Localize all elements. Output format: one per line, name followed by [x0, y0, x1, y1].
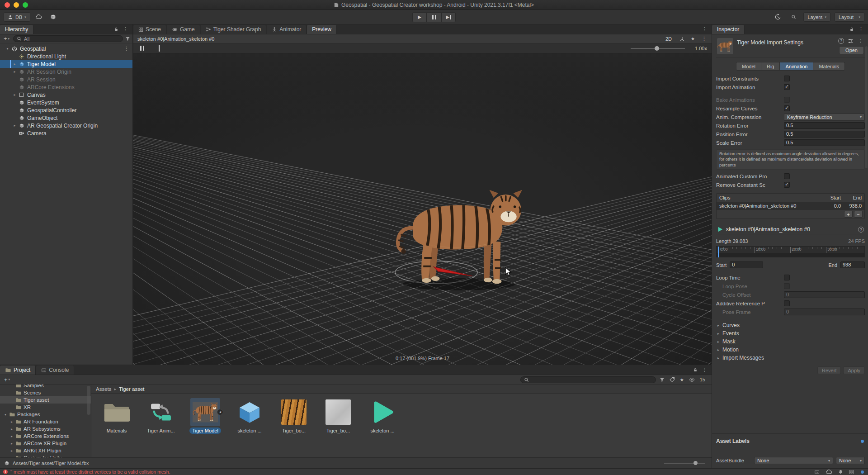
asset-item[interactable]: skeleton ... — [363, 398, 401, 434]
asset-item[interactable]: skeleton ... — [231, 398, 269, 434]
account-dropdown[interactable]: DB ▾ — [4, 12, 30, 22]
activity-indicator-icon[interactable] — [860, 470, 865, 475]
checkbox[interactable] — [784, 76, 790, 81]
hierarchy-item[interactable]: ARCore Extensions — [0, 83, 132, 91]
zoom-window-button[interactable] — [23, 2, 28, 8]
asset-item[interactable]: Materials — [98, 398, 136, 434]
expand-arrow-icon[interactable]: ▸ — [9, 420, 14, 424]
text-field[interactable]: 0 — [784, 291, 865, 298]
save-search-star-icon[interactable]: ★ — [680, 377, 684, 382]
project-search-input[interactable] — [520, 376, 656, 383]
add-clip-button[interactable]: + — [844, 211, 853, 218]
slider-knob[interactable] — [655, 46, 659, 51]
lock-icon[interactable] — [849, 27, 854, 32]
dropdown[interactable]: Keyframe Reduction▾ — [784, 114, 865, 121]
expand-arrow-icon[interactable]: ▸ — [12, 70, 18, 74]
assetbundle-variant-dropdown[interactable]: None ▾ — [836, 457, 865, 464]
cloud-status-icon[interactable] — [826, 469, 832, 475]
timeline-playhead[interactable] — [159, 45, 160, 52]
folder-item[interactable]: ▸ARCore Extensions — [0, 432, 91, 440]
tab-scene[interactable]: Scene — [133, 25, 166, 34]
clip-range-band[interactable] — [716, 253, 865, 257]
help-icon[interactable]: ? — [858, 227, 864, 233]
tab-console[interactable]: Console — [36, 366, 74, 375]
folder-item[interactable]: Samples — [0, 385, 91, 389]
clip-end-field[interactable]: 938 — [840, 261, 865, 268]
expand-subassets-badge[interactable]: ◂ — [217, 409, 223, 415]
expand-arrow-icon[interactable]: ▸ — [9, 456, 14, 458]
status-error-text[interactable]: '' mesh must have at least three distinc… — [10, 469, 170, 475]
folder-item[interactable]: ▸AR Subsystems — [0, 425, 91, 432]
checkbox[interactable] — [784, 173, 790, 179]
tab-animator[interactable]: Animator — [267, 25, 307, 34]
asset-item[interactable]: Tiger_bo... — [319, 398, 357, 434]
kebab-menu-icon[interactable]: ⋮ — [701, 367, 708, 373]
filter-icon[interactable] — [125, 36, 130, 41]
slider-knob[interactable] — [693, 461, 698, 465]
hierarchy-item[interactable]: GeospatialController — [0, 106, 132, 114]
checkbox[interactable] — [784, 105, 790, 111]
search-by-label-icon[interactable] — [670, 377, 675, 382]
kebab-menu-icon[interactable]: ⋮ — [701, 26, 708, 32]
tab-tiger-shader-graph[interactable]: Tiger Shader Graph — [201, 25, 267, 34]
checkbox[interactable] — [784, 84, 790, 90]
scrollbar[interactable] — [865, 46, 868, 168]
folder-item[interactable]: Scenes — [0, 389, 91, 396]
folder-item[interactable]: ▸ARCore XR Plugin — [0, 440, 91, 447]
assetbundle-dropdown[interactable]: None ▾ — [754, 457, 833, 464]
tab-hierarchy[interactable]: Hierarchy — [0, 25, 33, 34]
asset-item[interactable]: Tiger_bo... — [275, 398, 313, 434]
expand-arrow-icon[interactable]: ▸ — [12, 124, 18, 128]
foldout-events[interactable]: ▸Events — [716, 329, 865, 337]
hierarchy-item[interactable]: Directional Light — [0, 52, 132, 60]
pause-icon[interactable] — [140, 46, 144, 51]
breadcrumb-item[interactable]: Tiger asset — [119, 386, 144, 392]
star-icon[interactable]: ★ — [691, 36, 695, 41]
clip-list-row[interactable]: skeleton #0|Animation_skeleton #00.0938.… — [717, 202, 864, 210]
foldout-curves[interactable]: ▸Curves — [716, 321, 865, 329]
import-tab-materials[interactable]: Materials — [813, 62, 845, 71]
gizmo-axis-icon[interactable] — [679, 36, 685, 42]
expand-arrow-icon[interactable]: ▸ — [12, 93, 18, 97]
tab-project[interactable]: Project — [0, 366, 36, 375]
checkbox[interactable] — [784, 275, 790, 280]
thumbnail-size-slider[interactable] — [664, 463, 705, 464]
kebab-menu-icon[interactable]: ⋮ — [122, 26, 129, 32]
text-field[interactable]: 0 — [784, 309, 865, 315]
expand-arrow-icon[interactable]: ▸ — [9, 442, 14, 446]
kebab-menu-icon[interactable]: ⋮ — [857, 38, 864, 44]
search-everywhere-button[interactable] — [788, 12, 799, 22]
import-tab-model[interactable]: Model — [736, 62, 761, 71]
checkbox[interactable] — [784, 300, 790, 306]
revert-button[interactable]: Revert — [817, 366, 841, 374]
scene-row[interactable]: ▾ Geospatial ⋮ — [0, 45, 132, 52]
clip-timeline-ruler[interactable]: 0:0010:0020:0030:00 — [716, 246, 865, 253]
folder-item[interactable]: ▸ARKit XR Plugin — [0, 447, 91, 454]
expand-arrow-icon[interactable]: ▸ — [9, 449, 14, 453]
tab-preview[interactable]: Preview — [307, 25, 337, 34]
hierarchy-item[interactable]: EventSystem — [0, 99, 132, 106]
folder-item[interactable]: ▾Packages — [0, 411, 91, 418]
clip-start-field[interactable]: 0 — [730, 261, 763, 268]
expand-arrow-icon[interactable]: ▸ — [9, 427, 14, 431]
import-tab-rig[interactable]: Rig — [761, 62, 780, 71]
import-tab-animation[interactable]: Animation — [780, 62, 813, 71]
notifications-icon[interactable] — [838, 469, 843, 475]
hierarchy-search-input[interactable]: All — [13, 35, 123, 42]
close-window-button[interactable] — [5, 2, 10, 8]
checkbox[interactable] — [784, 97, 790, 103]
tab-inspector[interactable]: Inspector — [712, 25, 745, 34]
asset-item[interactable]: ◂Tiger Model — [186, 398, 224, 434]
hidden-packages-eye-icon[interactable] — [689, 377, 695, 383]
apply-button[interactable]: Apply — [843, 366, 865, 374]
speed-slider[interactable] — [631, 48, 685, 49]
create-object-button[interactable]: +▾ — [2, 35, 11, 42]
hierarchy-item[interactable]: ▸Canvas — [0, 91, 132, 99]
foldout-mask[interactable]: ▸Mask — [716, 337, 865, 346]
grid-status-icon[interactable] — [849, 470, 854, 475]
checkbox[interactable] — [784, 182, 790, 188]
ruler-playhead[interactable] — [718, 247, 719, 257]
layout-dropdown[interactable]: Layout ▾ — [835, 12, 864, 22]
foldout-motion[interactable]: ▸Motion — [716, 346, 865, 354]
create-asset-button[interactable]: +▾ — [3, 376, 11, 383]
